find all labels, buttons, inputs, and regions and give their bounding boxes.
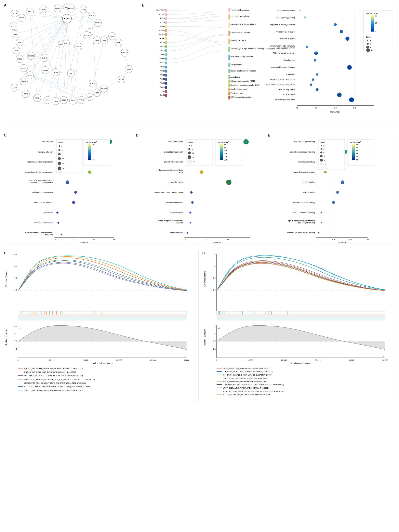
svg-rect-465 [18, 311, 187, 314]
svg-text:Amoebiasis: Amoebiasis [231, 76, 240, 78]
svg-text:FC_GAMMA_R_MEDIATED_PHAGOCYTOS: FC_GAMMA_R_MEDIATED_PHAGOCYTOSIS(ES=0.65… [24, 375, 83, 377]
panel-e: E signaling receptor binding cell adhesi… [266, 132, 397, 244]
svg-point-376 [191, 201, 194, 204]
svg-text:0.4: 0.4 [213, 326, 216, 328]
svg-text:LEUKOCYTE_TRANSENDOTHELIAL_MIG: LEUKOCYTE_TRANSENDOTHELIAL_MIGRATION(ES=… [24, 382, 86, 384]
svg-text:NRPS23: NRPS23 [121, 52, 128, 54]
row-fg: F Enrichment score 0.6 0.4 0.2 0.0 [2, 250, 397, 402]
svg-text:IL17F: IL17F [160, 17, 165, 19]
svg-text:ITGB1: ITGB1 [160, 82, 165, 84]
svg-point-430 [321, 222, 322, 223]
svg-text:MIXA1: MIXA1 [43, 70, 48, 71]
svg-rect-206 [165, 21, 167, 24]
svg-rect-230 [228, 47, 230, 52]
panel-f-chart: Enrichment score 0.6 0.4 0.2 0.0 [2, 250, 198, 396]
svg-point-277 [310, 83, 312, 86]
svg-text:IL-17 signaling pathway: IL-17 signaling pathway [231, 15, 250, 17]
main-container: A [0, 0, 399, 404]
svg-text:ECM-receptor interaction: ECM-receptor interaction [231, 96, 251, 98]
svg-text:30,000: 30,000 [116, 359, 122, 361]
svg-rect-237 [228, 88, 230, 91]
svg-text:0.0: 0.0 [213, 340, 216, 342]
svg-text:ITGAV: ITGAV [81, 9, 86, 11]
svg-text:5.0: 5.0 [356, 143, 358, 146]
svg-text:ITGB1: ITGB1 [64, 18, 70, 20]
svg-text:integrin complex: integrin complex [170, 212, 183, 214]
svg-point-379 [187, 232, 188, 234]
svg-text:cell adhesion: cell adhesion [42, 141, 53, 143]
svg-text:-0.2: -0.2 [212, 348, 216, 350]
svg-text:0.2: 0.2 [183, 239, 186, 241]
svg-text:Regulation of actin cytoskelet: Regulation of actin cytoskeleton [231, 23, 256, 25]
svg-text:adhesion: adhesion [175, 222, 183, 224]
svg-rect-218 [165, 70, 167, 73]
svg-text:ITGB3: ITGB3 [62, 99, 66, 101]
svg-point-378 [190, 222, 191, 223]
svg-text:20: 20 [192, 156, 194, 158]
svg-rect-238 [228, 92, 230, 95]
svg-text:L: L [383, 356, 384, 358]
svg-point-434 [321, 145, 322, 146]
panel-a: A [2, 2, 140, 124]
svg-text:integrin binding: integrin binding [303, 181, 315, 183]
svg-point-273 [314, 59, 316, 62]
svg-rect-203 [165, 9, 167, 12]
svg-text:T7: T7 [70, 73, 72, 74]
svg-text:25: 25 [193, 161, 195, 163]
svg-rect-224 [165, 94, 167, 97]
panel-a-label: A [4, 3, 6, 7]
svg-text:Gene.Ratio: Gene.Ratio [330, 111, 341, 113]
svg-point-425 [324, 171, 327, 173]
svg-text:5.5: 5.5 [356, 146, 358, 148]
panel-b-label: B [142, 3, 144, 7]
svg-text:Toxoplasmosis: Toxoplasmosis [283, 59, 295, 61]
svg-text:ITGB6: ITGB6 [160, 70, 165, 72]
svg-text:extracellular matrix: extracellular matrix [168, 181, 183, 183]
svg-rect-564 [217, 318, 385, 321]
svg-text:extracellular matrix binding: extracellular matrix binding [293, 202, 315, 203]
svg-rect-211 [165, 41, 167, 44]
svg-text:40,000: 40,000 [349, 359, 354, 361]
svg-text:0.0: 0.0 [213, 289, 216, 291]
panel-g-chart: Enrichment score 0.6 0.4 0.2 0.0 [201, 250, 397, 396]
svg-text:plasma membrane protein comple: plasma membrane protein complex [155, 191, 183, 193]
svg-point-390 [188, 159, 192, 164]
svg-text:LAMC1: LAMC1 [159, 50, 165, 52]
svg-text:10.5: 10.5 [224, 152, 227, 155]
svg-text:2: 2 [324, 145, 324, 147]
svg-point-326 [57, 222, 60, 224]
svg-text:-log10(Pvalue): -log10(Pvalue) [366, 13, 377, 14]
svg-text:40,000: 40,000 [150, 359, 156, 361]
svg-text:Arrhythmogenic right ventricul: Arrhythmogenic right ventricular [269, 45, 295, 47]
svg-text:NLGN2: NLGN2 [42, 57, 47, 59]
svg-text:cardiomyopathy (ARVC): cardiomyopathy (ARVC) [276, 47, 295, 49]
svg-point-272 [314, 51, 318, 55]
svg-point-270 [345, 37, 349, 41]
svg-point-292 [366, 46, 369, 49]
svg-text:LAMA3: LAMA3 [12, 87, 17, 89]
svg-text:GeneRatio: GeneRatio [80, 241, 88, 244]
svg-text:H: H [218, 327, 219, 329]
panel-e-chart: signaling receptor binding cell adhesion… [266, 132, 397, 244]
svg-text:30,000: 30,000 [315, 359, 320, 361]
svg-point-266 [299, 10, 301, 11]
svg-text:MAPK_SIGNALING_PATHWAY(ES=0.63: MAPK_SIGNALING_PATHWAY(ES=0.6366,NP=0.00… [223, 367, 268, 369]
svg-rect-204 [165, 13, 167, 16]
svg-text:15: 15 [192, 152, 194, 154]
svg-text:-log10(pvalue): -log10(pvalue) [85, 141, 97, 143]
svg-text:0.6: 0.6 [213, 253, 216, 256]
svg-text:H: H [20, 327, 21, 329]
svg-text:QDPR: QDPR [110, 35, 115, 37]
svg-rect-205 [165, 17, 167, 20]
svg-point-426 [341, 180, 344, 184]
svg-text:0.1: 0.1 [315, 239, 318, 241]
svg-rect-227 [228, 23, 230, 28]
svg-text:MTIF2: MTIF2 [119, 79, 124, 80]
svg-rect-223 [165, 90, 167, 93]
svg-text:Ranked list metric: Ranked list metric [5, 329, 7, 346]
svg-text:ITGB5: ITGB5 [160, 74, 165, 76]
svg-text:basement membrane: basement membrane [166, 202, 183, 203]
svg-rect-214 [165, 53, 167, 56]
svg-text:LAMC2: LAMC2 [17, 42, 22, 44]
svg-text:TRAF6: TRAF6 [159, 37, 165, 39]
